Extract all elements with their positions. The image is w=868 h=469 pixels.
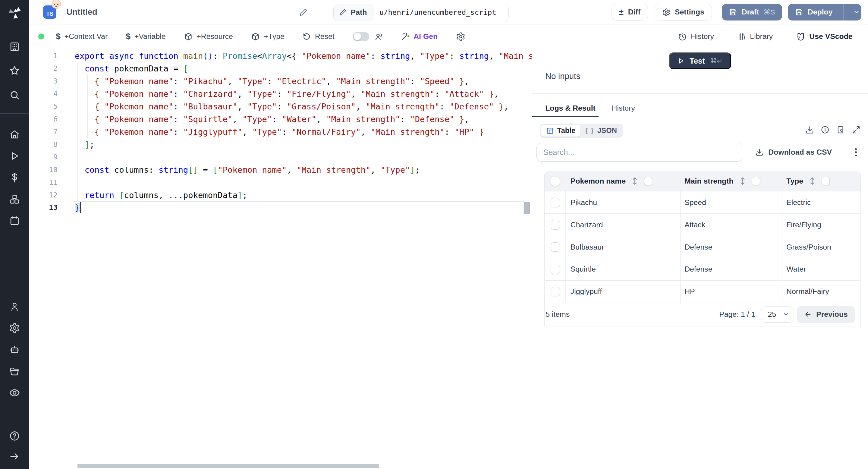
- table-cell: Speed: [684, 198, 706, 207]
- table-row[interactable]: BulbasaurDefenseGrass/Poison: [545, 236, 861, 258]
- path-value[interactable]: u/henri/unencumbered_script: [373, 8, 496, 17]
- users-icon[interactable]: [0, 296, 29, 317]
- code-line[interactable]: 4 { "Pokemon name": "Charizard", "Type":…: [29, 88, 532, 100]
- table-row[interactable]: CharizardAttackFire/Flying: [545, 214, 861, 236]
- table-cell: Defense: [684, 243, 712, 251]
- row-checkbox[interactable]: [551, 220, 560, 229]
- info-icon[interactable]: [820, 125, 830, 134]
- line-number: 5: [29, 100, 58, 113]
- braces-icon: { }: [585, 127, 594, 134]
- column-header[interactable]: Type: [786, 171, 830, 191]
- expand-icon[interactable]: [851, 125, 861, 134]
- code-line[interactable]: 2 const pokemonData = [: [29, 62, 532, 75]
- draft-button[interactable]: Draft ⌘S: [722, 4, 782, 21]
- folders-icon[interactable]: [0, 361, 29, 382]
- variables-icon[interactable]: [0, 167, 29, 189]
- audit-icon[interactable]: [0, 382, 29, 404]
- column-visibility-checkbox[interactable]: [644, 177, 652, 185]
- test-button[interactable]: Test ⌘↵: [669, 53, 731, 69]
- code-text: { "Pokemon name": "Jigglypuff", "Type": …: [75, 126, 532, 138]
- select-all-checkbox[interactable]: [551, 177, 560, 186]
- copy-result-icon[interactable]: [836, 125, 845, 134]
- code-editor[interactable]: 1export async function main(): Promise<A…: [29, 50, 532, 469]
- per-page-select[interactable]: 25: [761, 307, 794, 322]
- workspace-icon[interactable]: [0, 36, 29, 58]
- add-resource-button[interactable]: +Resource: [184, 32, 233, 41]
- code-line[interactable]: 13}: [29, 201, 532, 214]
- search-input[interactable]: [536, 143, 742, 162]
- settings-button[interactable]: Settings: [655, 4, 712, 21]
- settings-icon[interactable]: [0, 317, 29, 339]
- search-icon[interactable]: [0, 84, 29, 106]
- sort-icon[interactable]: [632, 177, 638, 185]
- column-header[interactable]: Main strength: [684, 171, 760, 191]
- path-field[interactable]: Path u/henri/unencumbered_script: [333, 4, 509, 21]
- add-context-var-button[interactable]: $ +Context Var: [56, 32, 107, 41]
- workers-icon[interactable]: [0, 339, 29, 361]
- code-line[interactable]: 7 { "Pokemon name": "Jigglypuff", "Type"…: [29, 126, 532, 138]
- history-icon: [678, 32, 687, 41]
- reset-button[interactable]: Reset: [303, 32, 334, 41]
- collapse-icon[interactable]: [0, 447, 29, 466]
- schedules-icon[interactable]: [0, 210, 29, 232]
- add-type-button[interactable]: +Type: [251, 32, 284, 41]
- code-line[interactable]: 3 { "Pokemon name": "Pikachu", "Type": "…: [29, 75, 532, 88]
- table-cell: Charizard: [570, 221, 603, 229]
- view-table-option[interactable]: Table: [541, 125, 580, 136]
- column-header[interactable]: Pokemon name: [570, 171, 652, 191]
- home-icon[interactable]: [0, 124, 29, 145]
- add-variable-button[interactable]: $ +Variable: [126, 32, 166, 41]
- code-line[interactable]: 1export async function main(): Promise<A…: [29, 50, 532, 62]
- ai-gen-button[interactable]: AI Gen: [401, 32, 438, 41]
- sort-icon[interactable]: [809, 177, 815, 185]
- download-csv-button[interactable]: Download as CSV: [755, 148, 832, 156]
- row-checkbox[interactable]: [551, 242, 560, 252]
- row-checkbox[interactable]: [551, 287, 560, 296]
- favorites-icon[interactable]: [0, 60, 29, 82]
- help-icon[interactable]: [0, 425, 29, 447]
- diff-button[interactable]: ± Diff: [612, 4, 648, 21]
- history-button[interactable]: History: [678, 32, 714, 41]
- sort-icon[interactable]: [740, 177, 746, 185]
- table-row[interactable]: SquirtleDefenseWater: [545, 258, 861, 281]
- deploy-button[interactable]: Deploy: [788, 4, 861, 21]
- code-line[interactable]: 5 { "Pokemon name": "Bulbasaur", "Type":…: [29, 100, 532, 113]
- column-visibility-checkbox[interactable]: [822, 177, 830, 185]
- use-vscode-button[interactable]: Use VScode: [796, 32, 852, 41]
- code-line[interactable]: 9: [29, 151, 532, 164]
- line-number: 2: [29, 62, 58, 75]
- table-options-kebab[interactable]: [851, 147, 861, 157]
- deploy-dropdown-chevron[interactable]: [848, 8, 861, 16]
- windmill-logo-icon[interactable]: [7, 5, 22, 21]
- package-icon: [251, 32, 260, 41]
- table-row[interactable]: PikachuSpeedElectric: [545, 191, 861, 214]
- code-line[interactable]: 8 ];: [29, 138, 532, 151]
- code-line[interactable]: 11: [29, 176, 532, 189]
- script-settings-gear[interactable]: [456, 32, 465, 41]
- code-line[interactable]: 6 { "Pokemon name": "Squirtle", "Type": …: [29, 113, 532, 126]
- code-line[interactable]: 10 const columns: string[] = ["Pokemon n…: [29, 164, 532, 176]
- code-text: }: [75, 201, 532, 214]
- resources-icon[interactable]: [0, 188, 29, 210]
- dollar-icon: $: [126, 32, 130, 41]
- multiplayer-toggle[interactable]: [352, 32, 369, 41]
- view-json-option[interactable]: { } JSON: [581, 125, 622, 136]
- tab-logs-result[interactable]: Logs & Result: [545, 104, 595, 113]
- table-cell: HP: [684, 287, 695, 296]
- row-checkbox[interactable]: [551, 198, 560, 207]
- code-line[interactable]: 12 return [columns, ...pokemonData];: [29, 189, 532, 201]
- package-icon: [184, 32, 193, 41]
- line-number: 6: [29, 113, 58, 126]
- library-button[interactable]: Library: [737, 32, 773, 41]
- column-visibility-checkbox[interactable]: [752, 177, 760, 185]
- download-result-icon[interactable]: [805, 125, 814, 134]
- edit-summary-icon[interactable]: [299, 8, 308, 17]
- tab-history[interactable]: History: [612, 104, 635, 113]
- horizontal-scrollbar[interactable]: [78, 464, 379, 468]
- previous-page-button[interactable]: Previous: [797, 306, 855, 323]
- table-row[interactable]: JigglypuffHPNormal/Fairy: [545, 281, 861, 303]
- row-checkbox[interactable]: [551, 264, 560, 274]
- runs-icon[interactable]: [0, 145, 29, 167]
- table-cell: Fire/Flying: [786, 221, 821, 229]
- code-text: const columns: string[] = ["Pokemon name…: [75, 164, 532, 176]
